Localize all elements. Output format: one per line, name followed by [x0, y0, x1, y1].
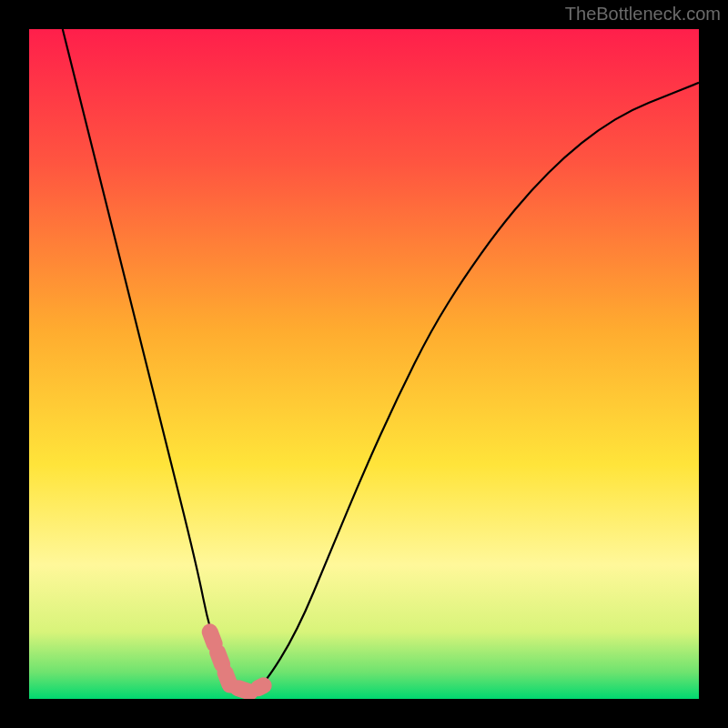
curve-highlight: [210, 632, 264, 692]
bottleneck-curve: [29, 29, 699, 699]
chart-frame: TheBottleneck.com: [0, 0, 728, 728]
watermark-text: TheBottleneck.com: [565, 4, 721, 25]
plot-area: [29, 29, 699, 699]
curve-path: [63, 29, 699, 691]
